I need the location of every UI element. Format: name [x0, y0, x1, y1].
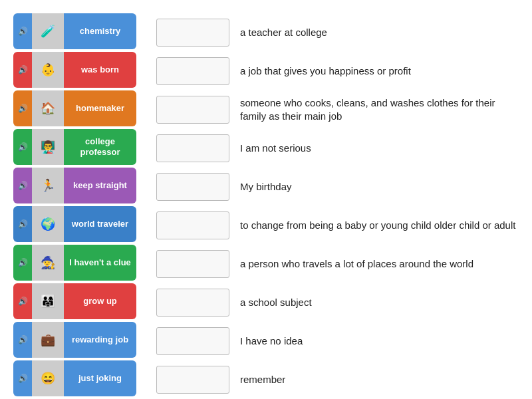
match-row-def10: remember [156, 360, 519, 399]
sound-button-college-professor[interactable]: 🔊 [13, 129, 32, 165]
thumb-icon-keep-straight: 🏃 [32, 168, 64, 203]
thumb-just-joking: 😄 [32, 360, 64, 396]
speaker-icon: 🔊 [18, 181, 28, 190]
sound-button-i-havent-a-clue[interactable]: 🔊 [13, 245, 32, 281]
vocab-card-was-born[interactable]: 🔊 👶 was born [13, 52, 136, 88]
vocab-card-keep-straight[interactable]: 🔊 🏃 keep straight [13, 168, 136, 203]
definitions-column: a teacher at college a job that gives yo… [156, 13, 519, 399]
thumb-icon-just-joking: 😄 [32, 360, 64, 396]
sound-button-world-traveler[interactable]: 🔊 [13, 206, 32, 242]
thumb-icon-grow-up: 👨‍👩‍👧 [32, 283, 64, 319]
thumb-keep-straight: 🏃 [32, 168, 64, 203]
main-container: 🔊 🧪 chemistry 🔊 👶 was born 🔊 🏠 homemaker… [13, 13, 519, 399]
thumb-icon-chemistry: 🧪 [32, 13, 64, 49]
match-row-def5: My birthday [156, 168, 519, 206]
answer-box-def6[interactable] [156, 211, 229, 239]
vocab-card-i-havent-a-clue[interactable]: 🔊 🧙 I haven't a clue [13, 245, 136, 281]
definition-text-def3: someone who cooks, cleans, and washes cl… [240, 96, 519, 124]
speaker-icon: 🔊 [18, 104, 28, 113]
thumb-grow-up: 👨‍👩‍👧 [32, 283, 64, 319]
answer-box-def4[interactable] [156, 134, 229, 162]
speaker-icon: 🔊 [18, 297, 28, 306]
thumb-i-havent-a-clue: 🧙 [32, 245, 64, 281]
thumb-icon-was-born: 👶 [32, 52, 64, 88]
vocab-card-chemistry[interactable]: 🔊 🧪 chemistry [13, 13, 136, 49]
answer-box-def2[interactable] [156, 57, 229, 85]
vocab-label-keep-straight: keep straight [64, 179, 136, 192]
speaker-icon: 🔊 [18, 374, 28, 383]
speaker-icon: 🔊 [18, 258, 28, 267]
match-row-def1: a teacher at college [156, 13, 519, 52]
answer-box-def9[interactable] [156, 327, 229, 355]
vocab-label-homemaker: homemaker [64, 102, 136, 115]
thumb-icon-i-havent-a-clue: 🧙 [32, 245, 64, 281]
match-row-def9: I have no idea [156, 322, 519, 360]
vocab-label-world-traveler: world traveler [64, 217, 136, 231]
vocab-label-just-joking: just joking [64, 372, 136, 385]
speaker-icon: 🔊 [18, 65, 28, 74]
sound-button-rewarding-job[interactable]: 🔊 [13, 322, 32, 358]
match-row-def8: a school subject [156, 283, 519, 322]
sound-button-keep-straight[interactable]: 🔊 [13, 168, 32, 203]
match-row-def7: a person who travels a lot of places aro… [156, 245, 519, 283]
thumb-world-traveler: 🌍 [32, 206, 64, 242]
speaker-icon: 🔊 [18, 219, 28, 229]
answer-box-def10[interactable] [156, 366, 229, 394]
thumb-icon-college-professor: 👨‍🏫 [32, 129, 64, 165]
vocab-column: 🔊 🧪 chemistry 🔊 👶 was born 🔊 🏠 homemaker… [13, 13, 136, 399]
vocab-card-rewarding-job[interactable]: 🔊 💼 rewarding job [13, 322, 136, 358]
sound-button-was-born[interactable]: 🔊 [13, 52, 32, 88]
thumb-icon-rewarding-job: 💼 [32, 322, 64, 358]
match-row-def3: someone who cooks, cleans, and washes cl… [156, 90, 519, 129]
sound-button-chemistry[interactable]: 🔊 [13, 13, 32, 49]
vocab-label-college-professor: college professor [64, 135, 136, 158]
answer-box-def5[interactable] [156, 173, 229, 201]
vocab-label-rewarding-job: rewarding job [64, 333, 136, 346]
vocab-card-world-traveler[interactable]: 🔊 🌍 world traveler [13, 206, 136, 242]
definition-text-def10: remember [240, 373, 285, 386]
match-row-def4: I am not serious [156, 129, 519, 168]
thumb-chemistry: 🧪 [32, 13, 64, 49]
sound-button-grow-up[interactable]: 🔊 [13, 283, 32, 319]
definition-text-def6: to change from being a baby or young chi… [240, 219, 515, 232]
vocab-label-was-born: was born [64, 63, 136, 76]
definition-text-def5: My birthday [240, 180, 292, 194]
definition-text-def9: I have no idea [240, 334, 303, 348]
thumb-homemaker: 🏠 [32, 90, 64, 126]
match-row-def2: a job that gives you happiness or profit [156, 52, 519, 90]
thumb-icon-homemaker: 🏠 [32, 90, 64, 126]
definition-text-def1: a teacher at college [240, 26, 327, 39]
answer-box-def1[interactable] [156, 19, 229, 47]
vocab-card-college-professor[interactable]: 🔊 👨‍🏫 college professor [13, 129, 136, 165]
answer-box-def8[interactable] [156, 289, 229, 317]
speaker-icon: 🔊 [18, 27, 28, 36]
thumb-was-born: 👶 [32, 52, 64, 88]
sound-button-just-joking[interactable]: 🔊 [13, 360, 32, 396]
answer-box-def3[interactable] [156, 96, 229, 124]
vocab-label-grow-up: grow up [64, 295, 136, 308]
vocab-card-grow-up[interactable]: 🔊 👨‍👩‍👧 grow up [13, 283, 136, 319]
definition-text-def4: I am not serious [240, 142, 311, 155]
speaker-icon: 🔊 [18, 142, 28, 152]
sound-button-homemaker[interactable]: 🔊 [13, 90, 32, 126]
definition-text-def2: a job that gives you happiness or profit [240, 65, 411, 78]
definition-text-def8: a school subject [240, 296, 312, 309]
match-row-def6: to change from being a baby or young chi… [156, 206, 519, 245]
vocab-label-i-havent-a-clue: I haven't a clue [64, 256, 136, 269]
vocab-label-chemistry: chemistry [64, 25, 136, 38]
speaker-icon: 🔊 [18, 335, 28, 344]
thumb-icon-world-traveler: 🌍 [32, 206, 64, 242]
thumb-college-professor: 👨‍🏫 [32, 129, 64, 165]
definition-text-def7: a person who travels a lot of places aro… [240, 257, 473, 271]
answer-box-def7[interactable] [156, 250, 229, 278]
vocab-card-homemaker[interactable]: 🔊 🏠 homemaker [13, 90, 136, 126]
vocab-card-just-joking[interactable]: 🔊 😄 just joking [13, 360, 136, 396]
thumb-rewarding-job: 💼 [32, 322, 64, 358]
